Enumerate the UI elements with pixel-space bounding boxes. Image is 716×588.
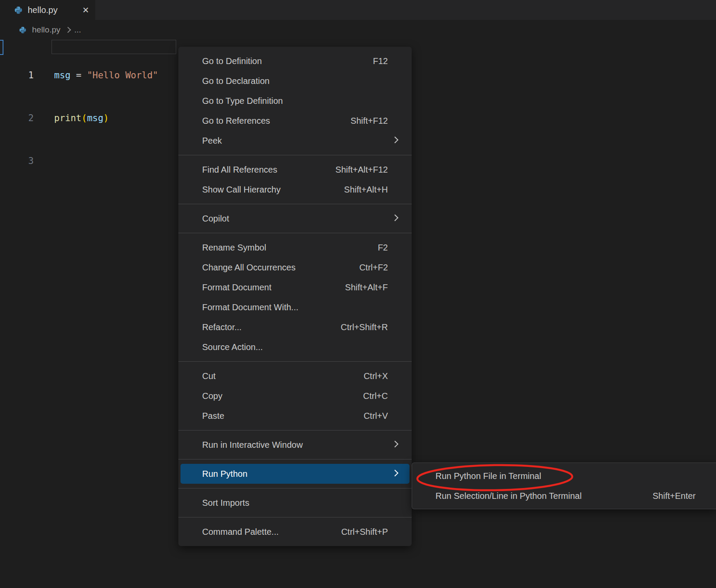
- code-line[interactable]: 2 print(msg): [0, 111, 158, 125]
- menu-item-refactor[interactable]: Refactor... Ctrl+Shift+R: [178, 317, 412, 337]
- menu-separator: [178, 233, 412, 233]
- shortcut: Shift+F12: [351, 116, 388, 126]
- menu-item-command-palette[interactable]: Command Palette... Ctrl+Shift+P: [178, 522, 412, 542]
- code-token: (: [81, 113, 87, 123]
- shortcut: Shift+Enter: [652, 491, 696, 501]
- menu-item-format-document[interactable]: Format Document Shift+Alt+F: [178, 277, 412, 297]
- shortcut: Ctrl+Shift+R: [341, 322, 388, 332]
- shortcut: Ctrl+F2: [359, 263, 388, 273]
- code-token: msg: [87, 113, 103, 123]
- menu-item-source-action[interactable]: Source Action...: [178, 337, 412, 357]
- submenu-chevron-icon: [392, 215, 399, 222]
- python-icon: [14, 6, 23, 14]
- code-line[interactable]: 3: [0, 154, 158, 168]
- menu-item-go-to-declaration[interactable]: Go to Declaration: [178, 71, 412, 91]
- menu-item-cut[interactable]: Cut Ctrl+X: [178, 366, 412, 386]
- submenu-item-run-python-file-in-terminal[interactable]: Run Python File in Terminal: [412, 466, 716, 486]
- breadcrumb: hello.py ...: [0, 22, 81, 37]
- shortcut: F12: [373, 56, 388, 66]
- menu-separator: [178, 488, 412, 488]
- tab-bar: hello.py ✕: [0, 0, 716, 20]
- menu-item-run-python[interactable]: Run Python: [181, 464, 410, 484]
- menu-item-find-all-references[interactable]: Find All References Shift+Alt+F12: [178, 160, 412, 180]
- code-token: print: [54, 113, 81, 123]
- menu-item-sort-imports[interactable]: Sort Imports: [178, 493, 412, 513]
- menu-separator: [178, 430, 412, 431]
- breadcrumb-file[interactable]: hello.py: [32, 25, 61, 35]
- shortcut: Shift+Alt+F12: [335, 165, 388, 175]
- menu-separator: [178, 517, 412, 517]
- menu-item-change-all-occurrences[interactable]: Change All Occurrences Ctrl+F2: [178, 257, 412, 277]
- python-icon: [19, 26, 26, 34]
- submenu-chevron-icon: [392, 441, 399, 448]
- shortcut: Ctrl+V: [364, 411, 388, 421]
- submenu-item-run-selection-line-in-python-terminal[interactable]: Run Selection/Line in Python Terminal Sh…: [412, 486, 716, 506]
- line-number: 3: [0, 154, 34, 168]
- shortcut: Shift+Alt+H: [344, 185, 388, 195]
- tab-hello-py[interactable]: hello.py ✕: [0, 0, 95, 20]
- breadcrumb-more[interactable]: ...: [74, 25, 81, 35]
- menu-item-rename-symbol[interactable]: Rename Symbol F2: [178, 238, 412, 257]
- menu-item-go-to-definition[interactable]: Go to Definition F12: [178, 51, 412, 71]
- menu-item-go-to-type-definition[interactable]: Go to Type Definition: [178, 91, 412, 111]
- shortcut: Ctrl+X: [364, 371, 388, 381]
- menu-item-copilot[interactable]: Copilot: [178, 209, 412, 228]
- code-editor[interactable]: 1 msg = "Hello World" 2 print(msg) 3: [0, 40, 158, 183]
- menu-item-format-document-with[interactable]: Format Document With...: [178, 297, 412, 317]
- run-python-submenu: Run Python File in Terminal Run Selectio…: [412, 463, 716, 509]
- shortcut: F2: [378, 243, 388, 253]
- code-line[interactable]: 1 msg = "Hello World": [0, 68, 158, 83]
- menu-separator: [178, 155, 412, 155]
- submenu-chevron-icon: [392, 470, 399, 477]
- shortcut: Ctrl+C: [363, 391, 388, 401]
- code-token: msg: [54, 70, 71, 80]
- menu-separator: [178, 204, 412, 204]
- code-token: ): [103, 113, 109, 123]
- menu-separator: [178, 459, 412, 459]
- code-token: =: [71, 70, 87, 80]
- shortcut: Ctrl+Shift+P: [341, 527, 388, 537]
- menu-item-show-call-hierarchy[interactable]: Show Call Hierarchy Shift+Alt+H: [178, 180, 412, 199]
- chevron-right-icon: [65, 27, 71, 33]
- line-number: 1: [0, 68, 34, 83]
- menu-item-run-in-interactive-window[interactable]: Run in Interactive Window: [178, 435, 412, 455]
- menu-item-go-to-references[interactable]: Go to References Shift+F12: [178, 111, 412, 131]
- menu-separator: [178, 361, 412, 362]
- close-icon[interactable]: ✕: [82, 6, 89, 14]
- line-number: 2: [0, 111, 34, 125]
- menu-item-paste[interactable]: Paste Ctrl+V: [178, 406, 412, 426]
- menu-item-peek[interactable]: Peek: [178, 131, 412, 151]
- context-menu: Go to Definition F12 Go to Declaration G…: [178, 47, 412, 546]
- shortcut: Shift+Alt+F: [345, 283, 388, 292]
- menu-item-copy[interactable]: Copy Ctrl+C: [178, 386, 412, 406]
- code-token: "Hello World": [87, 70, 158, 80]
- vscode-window: { "tab": { "label": "hello.py", "icon": …: [0, 0, 716, 588]
- tab-label: hello.py: [28, 5, 58, 15]
- submenu-chevron-icon: [392, 137, 399, 144]
